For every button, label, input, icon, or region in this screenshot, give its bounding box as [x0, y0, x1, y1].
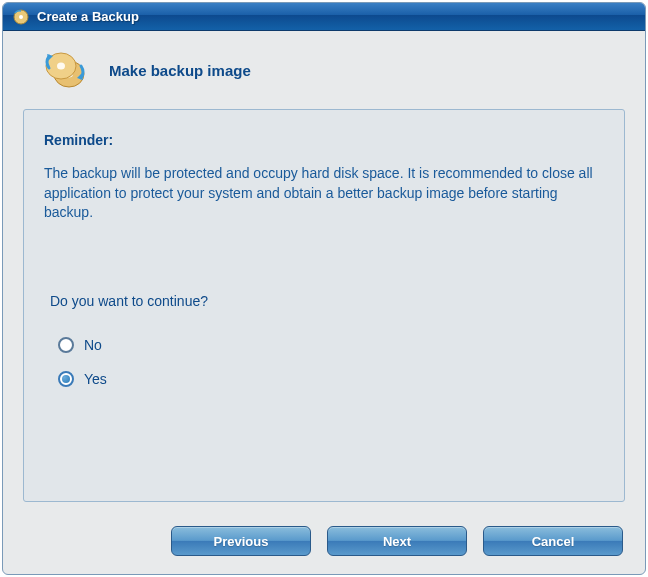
radio-circle-no [58, 337, 74, 353]
titlebar-text: Create a Backup [37, 9, 139, 24]
page-heading: Make backup image [109, 62, 251, 79]
next-button[interactable]: Next [327, 526, 467, 556]
backup-wizard-dialog: Create a Backup Make backup image Remind… [2, 2, 646, 575]
backup-discs-icon [41, 49, 91, 91]
header-section: Make backup image [3, 31, 645, 109]
app-icon [11, 7, 31, 27]
continue-prompt: Do you want to continue? [50, 293, 604, 309]
reminder-text: The backup will be protected and occupy … [44, 164, 604, 223]
continue-radio-group: No Yes [58, 337, 604, 387]
content-panel: Reminder: The backup will be protected a… [23, 109, 625, 502]
radio-label-no: No [84, 337, 102, 353]
radio-circle-yes [58, 371, 74, 387]
svg-point-5 [57, 63, 65, 70]
cancel-button[interactable]: Cancel [483, 526, 623, 556]
button-bar: Previous Next Cancel [3, 520, 645, 574]
titlebar: Create a Backup [3, 3, 645, 31]
reminder-label: Reminder: [44, 132, 604, 148]
previous-button[interactable]: Previous [171, 526, 311, 556]
radio-label-yes: Yes [84, 371, 107, 387]
radio-option-no[interactable]: No [58, 337, 604, 353]
svg-point-1 [19, 15, 23, 19]
radio-option-yes[interactable]: Yes [58, 371, 604, 387]
